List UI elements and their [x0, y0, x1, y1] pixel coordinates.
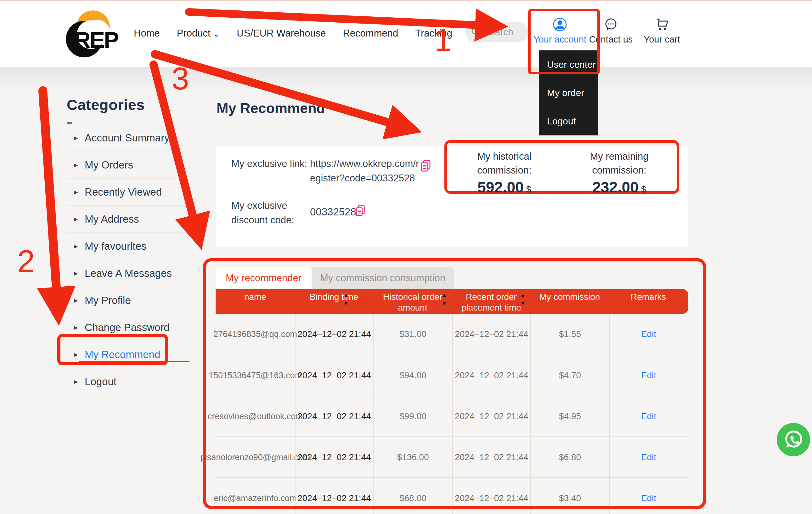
- edit-link[interactable]: Edit: [641, 452, 656, 462]
- edit-link[interactable]: Edit: [641, 493, 656, 503]
- sort-down-icon: ▼: [343, 301, 349, 306]
- rep-logo-icon: REP: [61, 9, 130, 60]
- account-dropdown-menu: User center My order Logout: [539, 50, 598, 135]
- edit-link[interactable]: Edit: [641, 411, 656, 422]
- annotation-digit-2: 2: [17, 243, 35, 279]
- col-binding-time: Binding time: [310, 292, 358, 302]
- col-name: name: [244, 292, 266, 302]
- sort-historical-amount[interactable]: ▲▼: [441, 293, 447, 306]
- menu-item-logout[interactable]: Logout: [539, 107, 598, 135]
- sidebar: Categories ▸Account Summary ▸My Orders ▸…: [67, 96, 191, 395]
- cell-recent-time: 2024–12–02 21:44: [452, 314, 530, 355]
- menu-item-user-center[interactable]: User center: [539, 50, 598, 79]
- cell-recent-time: 2024–12–02 21:44: [452, 478, 530, 514]
- arrow-2: [43, 91, 57, 292]
- navbar: REP Home Product⌄ US/EUR Warehouse Recom…: [0, 0, 812, 67]
- cell-historical-amount: $68.00: [373, 478, 452, 514]
- triangle-bullet-icon: ▸: [74, 351, 78, 359]
- search-box[interactable]: [465, 22, 528, 42]
- sidebar-item-my-orders[interactable]: ▸My Orders: [67, 152, 191, 179]
- recommend-table-section: My recommender My commission consumption…: [215, 267, 688, 514]
- triangle-bullet-icon: ▸: [74, 161, 78, 169]
- title-divider: [215, 131, 688, 131]
- cell-binding-time: 2024–12–02 21:44: [295, 478, 373, 514]
- col-remarks: Remarks: [631, 292, 666, 302]
- cell-commission: $1.55: [530, 314, 609, 355]
- cart-icon: [654, 17, 669, 32]
- search-input[interactable]: [484, 27, 521, 37]
- sort-binding-time[interactable]: ▲▼: [343, 293, 349, 306]
- tab-my-recommender[interactable]: My recommender: [215, 267, 312, 289]
- sort-recent-time[interactable]: ▲▼: [520, 293, 526, 306]
- discount-code-label: My exclusive discount code:: [231, 198, 294, 227]
- sidebar-title: Categories: [67, 96, 191, 113]
- sidebar-item-my-recommend[interactable]: ▸My Recommend: [67, 341, 191, 368]
- chevron-down-icon: ⌄: [213, 29, 220, 38]
- cell-historical-amount: $31.00: [373, 314, 452, 355]
- active-item-underline: [79, 361, 190, 362]
- nav-product[interactable]: Product⌄: [177, 28, 220, 39]
- cell-recent-time: 2024–12–02 21:44: [452, 437, 530, 478]
- sort-down-icon: ▼: [520, 301, 526, 306]
- sidebar-item-my-profile[interactable]: ▸My Profile: [67, 287, 191, 314]
- edit-link[interactable]: Edit: [641, 329, 656, 339]
- your-cart-label: Your cart: [644, 34, 680, 45]
- table-body: 2764196835@qq.com 2024–12–02 21:44 $31.0…: [215, 314, 688, 514]
- table-tabs: My recommender My commission consumption: [215, 267, 688, 289]
- whatsapp-button[interactable]: [777, 423, 810, 456]
- cell-recent-time: 2024–12–02 21:44: [452, 355, 530, 396]
- nav-warehouse[interactable]: US/EUR Warehouse: [237, 28, 326, 39]
- table-row: pisanolorenzo90@gmail.com 2024–12–02 21:…: [215, 436, 688, 478]
- user-icon: [553, 17, 567, 32]
- sidebar-item-recently-viewed[interactable]: ▸Recently Viewed: [67, 179, 191, 206]
- sidebar-item-leave-a-messages[interactable]: ▸Leave A Messages: [67, 260, 191, 287]
- cell-binding-time: 2024–12–02 21:44: [295, 396, 373, 436]
- discount-code-value: 00332528: [310, 205, 356, 219]
- triangle-bullet-icon: ▸: [74, 188, 78, 196]
- cell-binding-time: 2024–12–02 21:44: [295, 355, 373, 396]
- sidebar-item-logout[interactable]: ▸Logout: [67, 368, 191, 395]
- triangle-bullet-icon: ▸: [74, 242, 78, 250]
- triangle-bullet-icon: ▸: [74, 269, 78, 277]
- table-row: 2764196835@qq.com 2024–12–02 21:44 $31.0…: [215, 314, 688, 355]
- tab-my-commission-consumption[interactable]: My commission consumption: [312, 267, 454, 289]
- sidebar-rule: [67, 122, 191, 124]
- cell-commission: $6.80: [530, 437, 609, 478]
- search-icon: [471, 27, 480, 37]
- cell-name: 2764196835@qq.com: [215, 314, 295, 355]
- sidebar-item-account-summary[interactable]: ▸Account Summary: [67, 125, 191, 152]
- remaining-commission-value: 232.00$: [592, 179, 646, 196]
- sidebar-item-my-favourites[interactable]: ▸My favourltes: [67, 233, 191, 260]
- nav-recommend[interactable]: Recommend: [343, 28, 398, 39]
- cell-name: cresovines@outlook.com: [215, 396, 295, 436]
- cell-name: eric@amazerinfo.com: [215, 478, 295, 514]
- contact-us-label: Contact us: [589, 34, 633, 45]
- whatsapp-icon: [783, 429, 804, 450]
- triangle-bullet-icon: ▸: [74, 215, 78, 223]
- cell-binding-time: 2024–12–02 21:44: [295, 437, 373, 478]
- table-row: 15015336475@163.com 2024–12–02 21:44 $94…: [215, 355, 688, 396]
- sidebar-item-change-password[interactable]: ▸Change Password: [67, 314, 191, 341]
- cell-historical-amount: $94.00: [373, 355, 452, 396]
- sidebar-item-my-address[interactable]: ▸My Address: [67, 206, 191, 233]
- copy-link-icon[interactable]: [420, 160, 432, 173]
- contact-us-button[interactable]: Contact us: [584, 17, 638, 45]
- your-cart-button[interactable]: Your cart: [635, 17, 689, 45]
- table-row: cresovines@outlook.com 2024–12–02 21:44 …: [215, 396, 688, 436]
- copy-code-icon[interactable]: [355, 205, 366, 218]
- edit-link[interactable]: Edit: [641, 370, 656, 380]
- triangle-bullet-icon: ▸: [74, 296, 78, 304]
- chat-bubble-icon: [604, 17, 618, 32]
- brand-logo[interactable]: REP: [61, 9, 130, 60]
- cell-commission: $4.95: [530, 396, 609, 436]
- nav-home[interactable]: Home: [134, 28, 160, 39]
- cell-commission: $3.40: [530, 478, 609, 514]
- cell-name: 15015336475@163.com: [215, 355, 295, 396]
- nav-tracking[interactable]: Tracking: [415, 28, 452, 39]
- menu-item-my-order[interactable]: My order: [539, 79, 598, 107]
- sort-down-icon: ▼: [441, 301, 447, 306]
- table-row: eric@amazerinfo.com 2024–12–02 21:44 $68…: [215, 478, 688, 514]
- your-account-label: Your account: [533, 34, 586, 45]
- exclusive-link-value: https://www.okkrep.com/r egister?code=00…: [310, 157, 419, 186]
- your-account-button[interactable]: Your account: [533, 17, 587, 45]
